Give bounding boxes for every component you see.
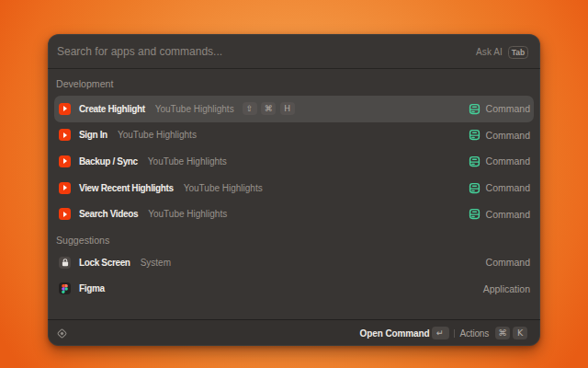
row-title: Lock Screen	[79, 258, 130, 268]
row-accessory: Command	[486, 257, 530, 268]
row-title: Search Videos	[79, 209, 138, 219]
command-terminal-icon	[469, 155, 481, 167]
row-subtitle: YouTube Highlights	[155, 104, 234, 114]
list-item-figma[interactable]: Figma Application	[54, 276, 534, 303]
row-title: View Recent Highlights	[79, 183, 174, 193]
row-accessory: Command	[469, 103, 530, 115]
row-accessory: Application	[483, 283, 530, 294]
command-key-badge: ⌘	[495, 327, 510, 339]
k-key-badge: K	[513, 327, 527, 339]
results-list: Development Create Highlight YouTube Hig…	[48, 69, 540, 319]
footer-divider	[454, 329, 455, 338]
command-terminal-icon	[469, 129, 481, 141]
section-header-development: Development	[54, 69, 534, 96]
row-title: Figma	[79, 283, 105, 293]
shortcut-keys: ⇧ ⌘ H	[243, 102, 295, 115]
accessory-label: Command	[486, 257, 530, 268]
accessory-label: Command	[486, 182, 530, 193]
lock-icon	[59, 257, 71, 269]
row-accessory: Command	[469, 182, 530, 194]
row-subtitle: YouTube Highlights	[148, 156, 227, 167]
ask-ai-label[interactable]: Ask AI	[476, 47, 503, 57]
raycast-logo-icon	[56, 328, 68, 339]
row-accessory: Command	[469, 208, 530, 220]
command-terminal-icon	[469, 208, 481, 220]
search-input[interactable]	[57, 45, 470, 58]
footer-bar: Open Command ↵ Actions ⌘ K	[48, 319, 540, 346]
command-terminal-icon	[469, 103, 481, 115]
row-accessory: Command	[469, 129, 530, 141]
raycast-window: Ask AI Tab Development Create Highlight …	[48, 34, 540, 346]
enter-key-badge: ↵	[432, 327, 449, 339]
row-subtitle: YouTube Highlights	[148, 209, 227, 219]
accessory-label: Application	[483, 283, 530, 294]
actions-label[interactable]: Actions	[460, 328, 489, 339]
row-subtitle: YouTube Highlights	[184, 183, 263, 193]
youtube-highlights-icon	[59, 182, 71, 194]
shift-key-badge: ⇧	[243, 102, 257, 115]
accessory-label: Command	[486, 103, 530, 114]
row-title: Create Highlight	[79, 104, 145, 114]
list-item-view-recent-highlights[interactable]: View Recent Highlights YouTube Highlight…	[54, 175, 534, 201]
h-key-badge: H	[280, 102, 295, 115]
list-item-create-highlight[interactable]: Create Highlight YouTube Highlights ⇧ ⌘ …	[54, 96, 534, 122]
section-header-suggestions: Suggestions	[54, 227, 534, 249]
list-item-sign-in[interactable]: Sign In YouTube Highlights Command	[54, 122, 534, 149]
accessory-label: Command	[486, 209, 530, 220]
youtube-highlights-icon	[59, 103, 71, 115]
accessory-label: Command	[486, 130, 530, 141]
row-title: Sign In	[79, 130, 107, 140]
accessory-label: Command	[486, 155, 530, 167]
youtube-highlights-icon	[59, 208, 71, 220]
row-title: Backup / Sync	[79, 156, 138, 167]
tab-key-badge: Tab	[508, 46, 528, 59]
row-subtitle: YouTube Highlights	[118, 130, 197, 140]
row-accessory: Command	[469, 155, 530, 167]
command-terminal-icon	[469, 182, 481, 194]
list-item-search-videos[interactable]: Search Videos YouTube Highlights Command	[54, 201, 534, 227]
youtube-highlights-icon	[59, 129, 71, 141]
youtube-highlights-icon	[59, 155, 71, 167]
list-item-backup-sync[interactable]: Backup / Sync YouTube Highlights Command	[54, 148, 534, 175]
list-item-lock-screen[interactable]: Lock Screen System Command	[54, 249, 534, 276]
search-bar: Ask AI Tab	[48, 34, 540, 69]
desktop: { "window": { "search": { "placeholder":…	[0, 0, 588, 368]
row-subtitle: System	[141, 258, 171, 268]
open-command-label[interactable]: Open Command	[360, 328, 430, 339]
figma-icon	[59, 282, 71, 294]
command-key-badge: ⌘	[261, 102, 276, 115]
